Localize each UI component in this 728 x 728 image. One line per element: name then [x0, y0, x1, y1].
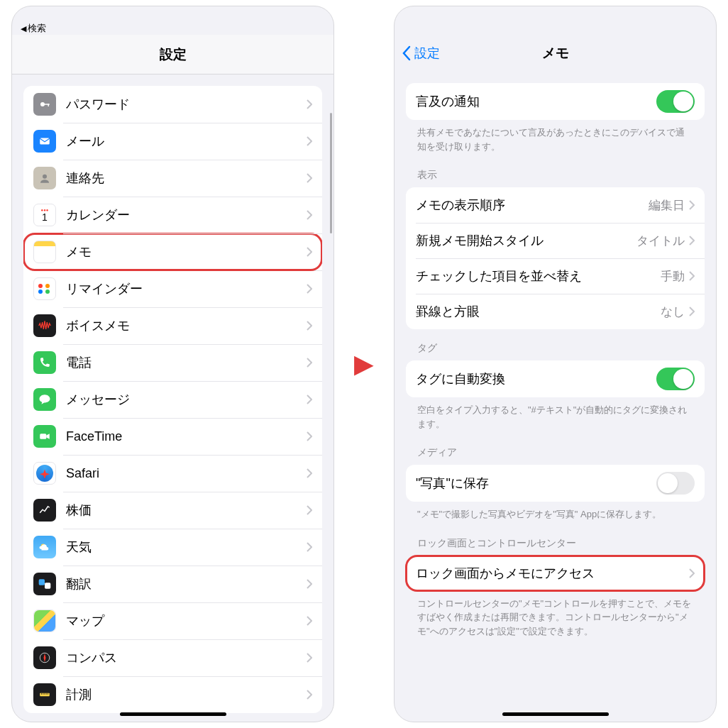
row-messages[interactable]: メッセージ [23, 381, 322, 418]
chevron-right-icon [307, 395, 312, 404]
row-label: 計測 [66, 686, 307, 703]
header-lockscreen: ロック画面とコントロールセンター [406, 524, 705, 556]
phone-icon [33, 351, 56, 374]
chevron-right-icon [689, 271, 695, 281]
svg-rect-5 [40, 434, 46, 439]
calendar-icon: ●●●1 [33, 204, 56, 226]
row-sort-checked[interactable]: チェックした項目を並べ替え 手動 [406, 258, 705, 294]
chevron-right-icon [307, 468, 312, 478]
row-facetime[interactable]: FaceTime [23, 418, 322, 455]
chevron-right-icon [307, 136, 312, 146]
group-lock-access: ロック画面からメモにアクセス [406, 556, 705, 591]
row-label: 天気 [66, 539, 307, 556]
row-lines-grids[interactable]: 罫線と方眼 なし [406, 294, 705, 329]
header-display: 表示 [406, 156, 705, 187]
chevron-right-icon [307, 431, 312, 441]
group-mention: 言及の通知 [406, 83, 705, 120]
scrollbar[interactable] [330, 113, 332, 233]
row-label: タグに自動変換 [416, 370, 656, 387]
row-save-photos[interactable]: "写真"に保存 [406, 465, 705, 502]
row-measure[interactable]: 計測 [23, 676, 322, 713]
mail-icon [33, 130, 56, 153]
row-mention-notify[interactable]: 言及の通知 [406, 83, 705, 120]
toggle-save-photos[interactable] [656, 472, 695, 495]
row-compass[interactable]: コンパス [23, 639, 322, 676]
chevron-right-icon [307, 579, 312, 589]
chevron-right-icon [307, 247, 312, 257]
row-safari[interactable]: Safari [23, 455, 322, 492]
chevron-right-icon [307, 210, 312, 220]
breadcrumb-back[interactable]: ◀ 検索 [12, 19, 333, 35]
row-new-note-style[interactable]: 新規メモ開始スタイル タイトル [406, 223, 705, 258]
row-note-order[interactable]: メモの表示順序 編集日 [406, 187, 705, 223]
row-maps[interactable]: マップ [23, 602, 322, 639]
page-title: 設定 [160, 45, 187, 64]
row-label: メモの表示順序 [416, 197, 649, 214]
footer-mention: 共有メモであなたについて言及があったときにこのデバイスで通知を受け取ります。 [406, 120, 705, 156]
row-label: チェックした項目を並べ替え [416, 268, 661, 285]
row-stocks[interactable]: 株価 [23, 492, 322, 529]
breadcrumb-label: 検索 [28, 22, 46, 35]
group-media: "写真"に保存 [406, 465, 705, 502]
row-passwords[interactable]: パスワード [23, 86, 322, 123]
row-label: コンパス [66, 649, 307, 666]
navbar-notes: 設定 メモ [395, 33, 716, 73]
row-mail[interactable]: メール [23, 123, 322, 160]
svg-point-0 [40, 102, 45, 106]
row-label: 株価 [66, 502, 307, 519]
row-notes[interactable]: メモ [23, 233, 322, 270]
row-label: メール [66, 133, 307, 150]
row-label: 電話 [66, 354, 307, 371]
home-indicator[interactable] [502, 712, 609, 716]
toggle-mention[interactable] [656, 90, 695, 113]
chevron-right-icon [689, 307, 695, 316]
header-media: メディア [406, 434, 705, 465]
safari-icon [33, 462, 56, 485]
row-label: リマインダー [66, 280, 307, 297]
back-label: 設定 [414, 45, 440, 62]
measure-icon [33, 683, 56, 706]
row-label: 新規メモ開始スタイル [416, 232, 636, 249]
row-calendar[interactable]: ●●●1 カレンダー [23, 197, 322, 233]
status-bar [12, 6, 333, 19]
reminders-icon [33, 277, 56, 300]
row-label: FaceTime [66, 429, 307, 444]
group-tags: タグに自動変換 [406, 360, 705, 397]
spacer [395, 19, 716, 33]
row-contacts[interactable]: 連絡先 [23, 160, 322, 197]
toggle-auto-tag[interactable] [656, 368, 695, 390]
facetime-icon [33, 425, 56, 448]
header-tags: タグ [406, 329, 705, 360]
row-voicememos[interactable]: ボイスメモ [23, 307, 322, 344]
row-phone[interactable]: 電話 [23, 344, 322, 381]
chevron-right-icon [307, 358, 312, 368]
translate-icon [33, 573, 56, 595]
chevron-right-icon [307, 321, 312, 331]
row-auto-tag[interactable]: タグに自動変換 [406, 360, 705, 397]
row-value: 手動 [661, 268, 685, 285]
row-translate[interactable]: 翻訳 [23, 566, 322, 602]
row-reminders[interactable]: リマインダー [23, 270, 322, 307]
chevron-right-icon [307, 653, 312, 663]
stocks-icon [33, 499, 56, 522]
row-label: 言及の通知 [416, 93, 656, 110]
row-value: タイトル [636, 233, 685, 249]
navbar-settings: 設定 [12, 35, 333, 75]
group-display: メモの表示順序 編集日 新規メモ開始スタイル タイトル チェックした項目を並べ替… [406, 187, 705, 329]
row-weather[interactable]: 天気 [23, 529, 322, 566]
row-lock-access[interactable]: ロック画面からメモにアクセス [406, 556, 705, 591]
row-label: Safari [66, 466, 307, 481]
row-label: "写真"に保存 [416, 475, 656, 492]
back-button[interactable]: 設定 [402, 45, 440, 62]
row-label: メッセージ [66, 391, 307, 408]
maps-icon [33, 610, 56, 632]
voicememo-icon [33, 314, 56, 337]
weather-icon [33, 536, 56, 558]
row-value: なし [661, 304, 685, 320]
page-title: メモ [542, 44, 569, 62]
settings-screen: ◀ 検索 設定 パスワード メール [11, 6, 334, 722]
status-bar [395, 6, 716, 19]
contacts-icon [33, 167, 56, 189]
svg-rect-2 [48, 104, 50, 106]
home-indicator[interactable] [120, 712, 226, 716]
